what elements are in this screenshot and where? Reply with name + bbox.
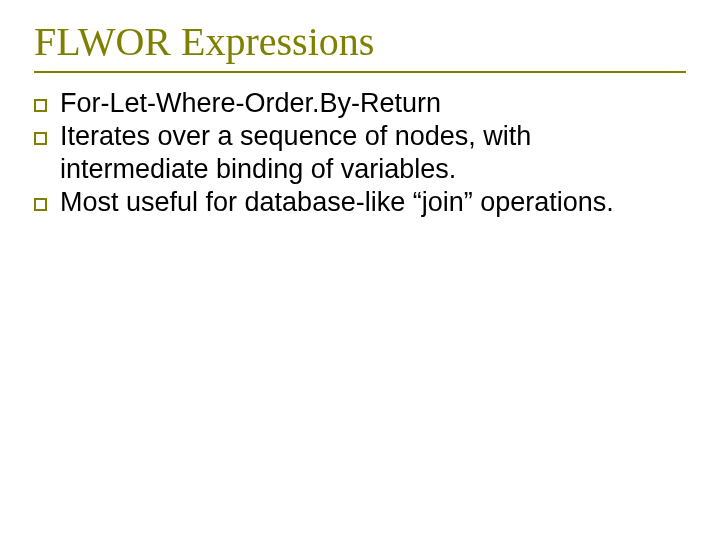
slide: FLWOR Expressions For-Let-Where-Order.By… xyxy=(0,0,720,540)
bullet-text: For-Let-Where-Order.By-Return xyxy=(60,88,441,118)
list-item: Most useful for database-like “join” ope… xyxy=(34,186,686,219)
list-item: Iterates over a sequence of nodes, with … xyxy=(34,120,686,186)
bullet-text: Most useful for database-like “join” ope… xyxy=(60,187,614,217)
list-item: For-Let-Where-Order.By-Return xyxy=(34,87,686,120)
square-bullet-icon xyxy=(34,99,47,112)
square-bullet-icon xyxy=(34,198,47,211)
bullet-list: For-Let-Where-Order.By-Return Iterates o… xyxy=(34,87,686,219)
title-underline xyxy=(34,71,686,73)
bullet-text: Iterates over a sequence of nodes, with … xyxy=(60,121,531,184)
square-bullet-icon xyxy=(34,132,47,145)
slide-title: FLWOR Expressions xyxy=(34,18,686,71)
